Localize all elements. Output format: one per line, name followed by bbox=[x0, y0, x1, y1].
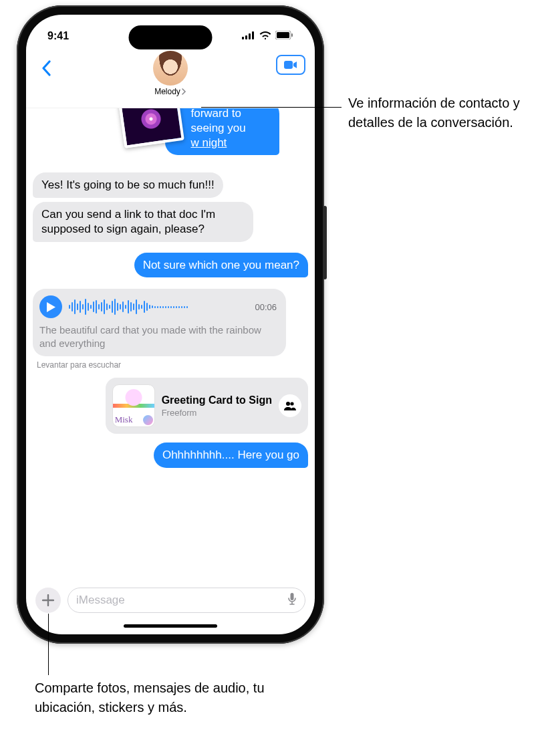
plus-icon bbox=[42, 594, 54, 606]
message-text: Can you send a link to that doc I'm supp… bbox=[41, 208, 215, 235]
callout-leader-line bbox=[48, 614, 49, 675]
card-artwork-text: Misk bbox=[115, 414, 133, 425]
message-text: forward to seeing you bbox=[190, 108, 245, 134]
callout-attachments: Comparte fotos, mensajes de audio, tu ub… bbox=[35, 678, 275, 717]
outgoing-photo-message[interactable]: forward to seeing you w night bbox=[165, 108, 308, 157]
callout-leader-line bbox=[201, 107, 342, 108]
status-time: 9:41 bbox=[47, 30, 69, 42]
outgoing-message[interactable]: Not sure which one you mean? bbox=[134, 253, 308, 278]
contact-name-label: Melody bbox=[154, 87, 180, 96]
messages-scroll[interactable]: forward to seeing you w night Yes! It's … bbox=[26, 108, 315, 577]
home-indicator[interactable] bbox=[124, 624, 217, 628]
dynamic-island bbox=[129, 25, 213, 49]
message-text: Ohhhhhhhh.... Here you go bbox=[162, 449, 299, 461]
incoming-audio-message[interactable]: 00:06 The beautiful card that you made w… bbox=[33, 289, 286, 356]
freeform-badge-icon bbox=[143, 415, 153, 425]
iphone-device-frame: 9:41 Melody bbox=[17, 5, 324, 644]
screen: 9:41 Melody bbox=[26, 15, 315, 634]
incoming-message[interactable]: Can you send a link to that doc I'm supp… bbox=[33, 202, 253, 242]
compose-bar: iMessage bbox=[26, 588, 315, 613]
card-subtitle: Freeform bbox=[162, 408, 272, 418]
dictation-icon[interactable] bbox=[287, 592, 297, 609]
avatar bbox=[153, 51, 188, 86]
message-text: w night bbox=[190, 136, 227, 149]
chevron-right-icon bbox=[182, 88, 186, 95]
svg-rect-1 bbox=[245, 35, 247, 39]
outgoing-message[interactable]: Ohhhhhhhh.... Here you go bbox=[154, 443, 308, 468]
audio-waveform bbox=[69, 297, 248, 316]
audio-duration: 00:06 bbox=[255, 302, 277, 312]
callout-contact-info: Ve información de contacto y detalles de… bbox=[348, 94, 542, 132]
add-attachment-button[interactable] bbox=[35, 588, 61, 613]
incoming-message[interactable]: Yes! It's going to be so much fun!!! bbox=[33, 172, 223, 198]
svg-point-8 bbox=[286, 402, 290, 406]
svg-rect-2 bbox=[249, 33, 251, 39]
svg-rect-6 bbox=[291, 33, 293, 37]
battery-icon bbox=[275, 30, 293, 42]
contact-button[interactable]: Melody bbox=[26, 51, 315, 96]
cellular-icon bbox=[242, 30, 255, 42]
facetime-button[interactable] bbox=[276, 55, 305, 75]
conversation-header: Melody bbox=[26, 51, 315, 108]
card-thumbnail: Misk bbox=[112, 384, 155, 427]
message-input[interactable]: iMessage bbox=[67, 588, 305, 613]
svg-rect-0 bbox=[242, 37, 244, 39]
svg-rect-3 bbox=[252, 31, 254, 39]
card-title: Greeting Card to Sign bbox=[162, 394, 272, 406]
play-button[interactable] bbox=[39, 295, 62, 318]
shared-document-card[interactable]: Misk Greeting Card to Sign Freeform bbox=[106, 378, 308, 434]
wifi-icon bbox=[259, 30, 271, 42]
raise-to-listen-hint: Levantar para escuchar bbox=[37, 360, 308, 370]
svg-rect-11 bbox=[291, 593, 294, 600]
message-text: Yes! It's going to be so much fun!!! bbox=[41, 178, 215, 191]
svg-rect-5 bbox=[277, 32, 289, 38]
svg-rect-7 bbox=[284, 61, 293, 69]
svg-point-9 bbox=[290, 402, 293, 406]
audio-transcript: The beautiful card that you made with th… bbox=[39, 324, 277, 350]
message-placeholder: iMessage bbox=[76, 594, 125, 607]
side-button bbox=[323, 206, 327, 279]
message-text: Not sure which one you mean? bbox=[143, 259, 299, 271]
shared-with-icon bbox=[279, 394, 301, 417]
